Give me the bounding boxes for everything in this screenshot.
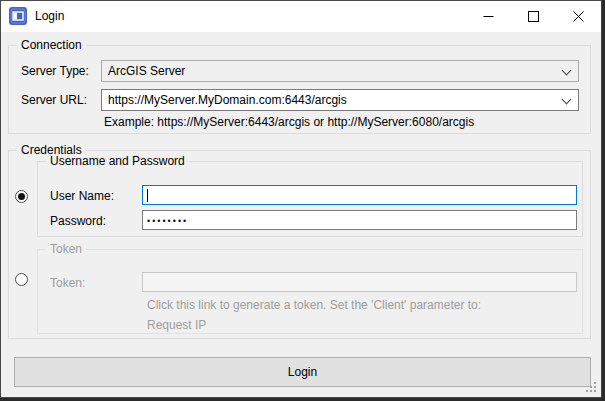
username-password-radio[interactable] bbox=[15, 190, 28, 203]
password-input[interactable]: •••••••• bbox=[142, 210, 577, 230]
username-password-group-label: Username and Password bbox=[46, 154, 189, 168]
resize-grip-dots bbox=[594, 382, 596, 384]
connection-group: Connection Server Type: ArcGIS Server Se… bbox=[8, 45, 591, 134]
app-window-icon bbox=[9, 7, 27, 25]
window-title: Login bbox=[35, 1, 64, 32]
username-label: User Name: bbox=[50, 189, 114, 203]
server-type-combobox[interactable]: ArcGIS Server bbox=[101, 60, 579, 82]
username-input[interactable] bbox=[142, 185, 577, 205]
token-group: Token Token: Click this link to generate… bbox=[37, 249, 583, 334]
token-hint: Click this link to generate a token. Set… bbox=[147, 298, 481, 312]
token-group-label: Token bbox=[46, 242, 86, 256]
chevron-down-icon bbox=[562, 95, 572, 105]
token-input bbox=[142, 272, 577, 292]
server-type-label: Server Type: bbox=[21, 64, 89, 78]
token-label: Token: bbox=[50, 276, 85, 290]
token-generate-link: Request IP bbox=[147, 318, 206, 332]
password-label: Password: bbox=[50, 214, 106, 228]
credentials-group: Credentials Username and Password User N… bbox=[8, 150, 591, 339]
title-bar: Login bbox=[1, 1, 601, 32]
server-url-value: https://MyServer.MyDomain.com:6443/arcgi… bbox=[108, 93, 347, 107]
username-password-group: Username and Password User Name: Passwor… bbox=[37, 161, 583, 237]
maximize-icon bbox=[528, 11, 539, 22]
server-url-example: Example: https://MyServer:6443/arcgis or… bbox=[104, 115, 474, 129]
connection-group-label: Connection bbox=[17, 38, 86, 52]
resize-grip[interactable] bbox=[586, 382, 598, 394]
server-url-combobox[interactable]: https://MyServer.MyDomain.com:6443/arcgi… bbox=[101, 89, 579, 111]
maximize-button[interactable] bbox=[511, 1, 556, 32]
login-button-label: Login bbox=[288, 365, 317, 379]
login-dialog: Login Connection Server Type: ArcGIS Ser… bbox=[0, 0, 602, 398]
chevron-down-icon bbox=[562, 66, 572, 76]
text-caret bbox=[147, 189, 148, 202]
caption-buttons bbox=[466, 1, 601, 32]
server-url-label: Server URL: bbox=[21, 93, 87, 107]
login-button[interactable]: Login bbox=[14, 357, 591, 387]
password-masked-value: •••••••• bbox=[147, 216, 188, 226]
close-button[interactable] bbox=[556, 1, 601, 32]
close-icon bbox=[573, 11, 584, 22]
token-radio[interactable] bbox=[15, 273, 28, 286]
minimize-button[interactable] bbox=[466, 1, 511, 32]
minimize-icon bbox=[483, 11, 494, 22]
server-type-value: ArcGIS Server bbox=[108, 64, 185, 78]
